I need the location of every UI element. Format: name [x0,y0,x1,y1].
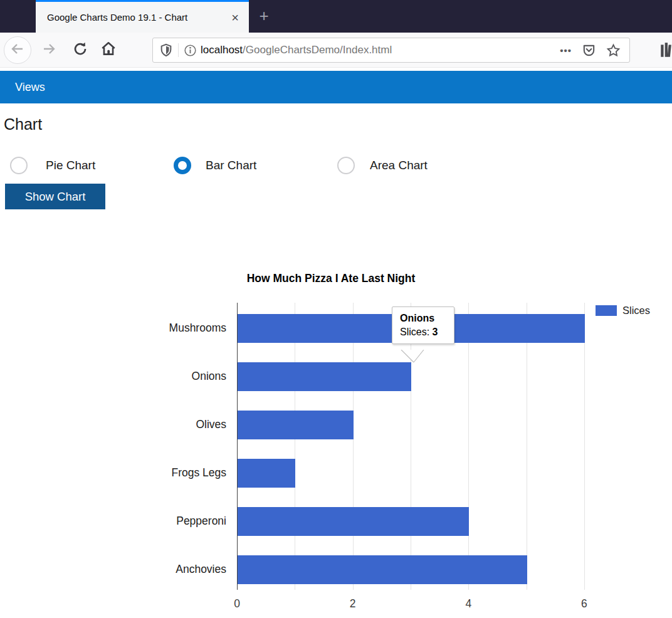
radio-area-circle[interactable] [337,157,355,174]
show-chart-button[interactable]: Show Chart [5,184,105,209]
page-title: Chart [4,115,42,134]
gridline [468,303,469,590]
browser-tab[interactable]: Google Charts Demo 19.1 - Chart × [36,0,249,33]
radio-pie-circle[interactable] [10,157,28,174]
x-axis-tick: 0 [234,597,240,610]
reload-icon [73,41,88,59]
category-label: Mushrooms [146,322,226,335]
radio-area-label[interactable]: Area Chart [370,159,428,172]
url-text[interactable]: localhost/GoogleChartsDemo/Index.html [201,44,560,56]
url-path: /GoogleChartsDemo/Index.html [243,44,392,56]
y-axis-baseline [237,303,238,590]
gridline [411,303,411,590]
legend-swatch [596,305,617,316]
x-axis-tick: 4 [465,597,471,610]
tab-title: Google Charts Demo 19.1 - Chart [47,12,229,23]
library-icon[interactable] [659,41,672,61]
new-tab-button[interactable]: + [253,5,275,26]
tooltip-value-line: Slices: 3 [400,327,446,338]
home-icon [100,41,117,60]
gridline [527,303,527,590]
bar-frogs-legs[interactable] [238,459,295,488]
category-label: Frogs Legs [146,466,226,479]
bar-pepperoni[interactable] [238,507,469,536]
radio-area-chart[interactable]: Area Chart [337,157,428,174]
gridline [353,303,354,590]
radio-pie-label[interactable]: Pie Chart [46,159,95,172]
tooltip-series-label: Slices: [400,327,429,337]
url-host: localhost [201,44,243,56]
address-bar[interactable]: localhost/GoogleChartsDemo/Index.html ••… [152,38,630,63]
back-arrow-icon [10,41,25,59]
chart-title: How Much Pizza I Ate Last Night [236,272,426,285]
reload-button[interactable] [66,36,94,64]
back-button[interactable] [4,36,31,64]
gridline [584,303,585,590]
radio-bar-chart[interactable]: Bar Chart [174,157,256,174]
category-label: Olives [146,418,226,431]
category-label: Onions [146,370,226,383]
tooltip-category: Onions [400,313,446,324]
tab-bar: Google Charts Demo 19.1 - Chart × + [0,0,672,33]
bar-olives[interactable] [238,411,354,439]
page-actions-icon[interactable]: ••• [560,45,572,56]
forward-arrow-icon [41,41,56,59]
chart-tooltip: Onions Slices: 3 [392,306,454,344]
x-axis-tick: 2 [350,597,356,610]
radio-bar-circle[interactable] [174,157,191,174]
radio-pie-chart[interactable]: Pie Chart [10,157,95,174]
plot-area: MushroomsOnionsOlivesFrogs LegsPepperoni… [237,303,589,590]
tooltip-value: 3 [433,327,438,337]
radio-bar-label[interactable]: Bar Chart [206,159,256,172]
urlbar-separator [178,43,179,57]
pocket-icon[interactable] [582,43,596,58]
home-button[interactable] [95,36,122,64]
x-axis-tick: 6 [581,597,587,610]
nav-item-views[interactable]: Views [15,81,45,94]
category-label: Pepperoni [146,515,226,528]
gridline [295,303,295,590]
site-info-icon[interactable] [184,44,197,57]
forward-button[interactable] [35,36,63,64]
tab-close-icon[interactable]: × [229,11,241,24]
tracking-protection-shield-icon[interactable] [159,43,173,57]
bar-anchovies[interactable] [238,555,527,584]
category-label: Anchovies [146,563,226,576]
bar-onions[interactable] [238,362,411,391]
tooltip-pointer [400,350,426,366]
legend-label: Slices [622,305,650,317]
bookmark-star-icon[interactable] [606,43,621,58]
views-nav-bar: Views [0,71,672,103]
chart-legend: Slices [596,305,650,317]
